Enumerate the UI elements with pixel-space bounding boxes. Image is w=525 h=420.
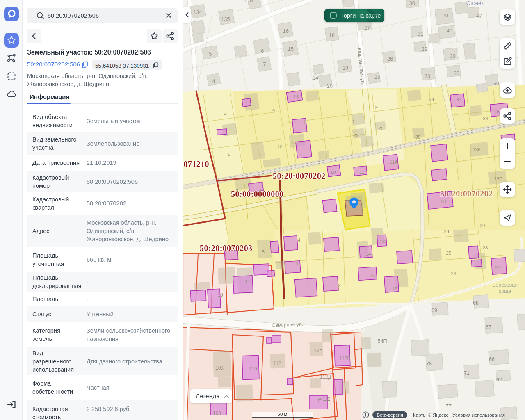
svg-text:26: 26 [387, 56, 393, 62]
svg-text:2: 2 [338, 283, 340, 288]
svg-text:35: 35 [415, 135, 421, 139]
svg-text:6: 6 [261, 48, 264, 54]
svg-text:39: 39 [450, 53, 456, 59]
svg-text:13: 13 [294, 94, 299, 99]
svg-text:135: 135 [221, 16, 230, 22]
svg-text:36: 36 [483, 116, 488, 121]
svg-text:23: 23 [441, 199, 446, 204]
svg-text:роща: роща [498, 288, 511, 294]
svg-text:18: 18 [380, 239, 385, 244]
svg-text:071210: 071210 [184, 160, 209, 169]
svg-text:17: 17 [245, 279, 251, 285]
svg-text:33: 33 [425, 73, 430, 79]
svg-text:54П: 54П [378, 338, 387, 344]
svg-text:21: 21 [352, 119, 358, 124]
svg-text:11: 11 [359, 170, 364, 175]
svg-text:4: 4 [212, 78, 215, 84]
svg-text:5: 5 [262, 249, 265, 254]
svg-text:67: 67 [486, 324, 491, 330]
svg-text:Северная ул.: Северная ул. [272, 322, 304, 329]
svg-text:26: 26 [451, 271, 457, 276]
svg-text:34: 34 [429, 97, 434, 102]
svg-text:108: 108 [215, 365, 224, 371]
svg-text:69: 69 [431, 308, 437, 313]
svg-text:50:00:0000000: 50:00:0000000 [231, 189, 284, 199]
svg-text:15: 15 [288, 46, 294, 52]
svg-text:112Б: 112Б [339, 356, 350, 361]
svg-text:3: 3 [296, 261, 298, 266]
svg-text:Берёзовая: Берёзовая [492, 282, 518, 288]
svg-text:23: 23 [379, 126, 384, 131]
svg-text:62: 62 [496, 377, 502, 383]
svg-text:110: 110 [249, 366, 257, 372]
svg-text:29: 29 [480, 223, 485, 228]
svg-text:50:20:0070203: 50:20:0070203 [200, 244, 253, 253]
svg-text:37: 37 [457, 97, 462, 102]
svg-text:38: 38 [454, 71, 459, 76]
svg-text:18: 18 [329, 32, 335, 38]
svg-text:3: 3 [224, 111, 226, 116]
svg-text:1: 1 [228, 152, 230, 157]
svg-text:28: 28 [483, 245, 488, 250]
svg-text:32: 32 [422, 46, 427, 52]
svg-text:150: 150 [494, 176, 502, 181]
svg-text:40: 40 [447, 28, 452, 34]
svg-text:2: 2 [304, 120, 306, 125]
svg-text:14: 14 [366, 251, 371, 256]
svg-text:134: 134 [194, 9, 202, 15]
svg-text:47: 47 [476, 13, 482, 19]
svg-text:10: 10 [277, 144, 283, 149]
svg-text:10: 10 [331, 170, 336, 175]
svg-text:30: 30 [409, 0, 415, 6]
svg-text:16: 16 [217, 292, 223, 298]
svg-text:71: 71 [464, 370, 470, 376]
svg-text:75: 75 [370, 273, 375, 278]
svg-text:25: 25 [374, 74, 380, 80]
svg-text:112Д: 112Д [320, 374, 331, 380]
svg-text:22: 22 [354, 133, 359, 138]
svg-text:1: 1 [309, 286, 311, 291]
svg-text:108: 108 [213, 411, 221, 416]
svg-text:11А: 11А [390, 160, 398, 164]
svg-text:25: 25 [446, 251, 452, 256]
svg-text:9: 9 [272, 108, 275, 113]
svg-text:50:20:0070202: 50:20:0070202 [273, 171, 326, 180]
svg-text:50:20:0070202: 50:20:0070202 [440, 189, 493, 198]
svg-text:126: 126 [244, 0, 253, 4]
svg-text:уч112: уч112 [317, 396, 331, 402]
svg-text:66: 66 [489, 356, 495, 362]
svg-text:4: 4 [298, 237, 301, 242]
svg-text:24: 24 [375, 105, 380, 110]
svg-text:68: 68 [473, 300, 479, 306]
svg-text:16: 16 [283, 28, 289, 34]
svg-text:27: 27 [495, 265, 501, 270]
svg-text:77: 77 [446, 404, 452, 409]
svg-text:5: 5 [209, 51, 212, 57]
svg-text:27: 27 [364, 25, 370, 31]
svg-text:16: 16 [392, 286, 397, 291]
svg-text:112: 112 [273, 361, 281, 366]
svg-text:78: 78 [426, 361, 432, 367]
svg-text:136: 136 [472, 147, 480, 152]
svg-text:50: 50 [493, 81, 499, 87]
svg-text:19: 19 [342, 65, 348, 71]
svg-text:14: 14 [313, 75, 318, 81]
svg-text:7: 7 [263, 62, 266, 67]
svg-text:24: 24 [444, 229, 450, 234]
svg-text:31: 31 [418, 31, 423, 37]
svg-text:Огонёк: Огонёк [466, 0, 484, 6]
svg-text:20: 20 [327, 83, 333, 89]
svg-text:112А: 112А [311, 348, 322, 354]
svg-text:41: 41 [443, 13, 449, 18]
